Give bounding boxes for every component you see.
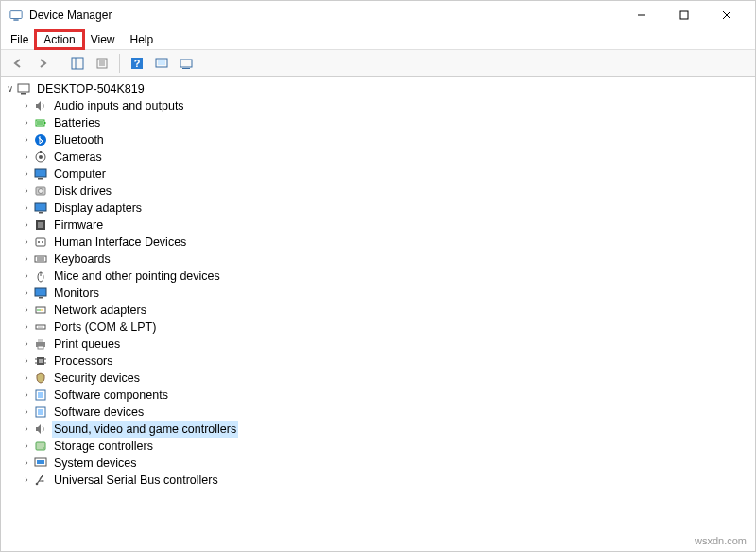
tree-item[interactable]: ›Display adapters xyxy=(20,199,753,216)
chevron-right-icon[interactable]: › xyxy=(20,319,33,336)
tree-item-label[interactable]: Storage controllers xyxy=(52,438,155,455)
tree-item-label[interactable]: Ports (COM & LPT) xyxy=(52,319,158,336)
tree-item[interactable]: ›Monitors xyxy=(20,285,753,302)
chevron-right-icon[interactable]: › xyxy=(20,285,33,302)
tree-item[interactable]: ›System devices xyxy=(20,455,753,472)
tree-item-label[interactable]: Universal Serial Bus controllers xyxy=(52,472,220,489)
help-button[interactable]: ? xyxy=(126,52,148,75)
tree-item[interactable]: ›Bluetooth xyxy=(20,131,753,148)
chevron-right-icon[interactable]: › xyxy=(20,97,33,114)
tree-item[interactable]: ›Human Interface Devices xyxy=(20,233,753,250)
tree-item[interactable]: ›Security devices xyxy=(20,370,753,387)
tree-item-label[interactable]: Sound, video and game controllers xyxy=(52,421,238,438)
add-legacy-hardware-button[interactable] xyxy=(175,52,198,75)
chevron-right-icon[interactable]: › xyxy=(20,250,33,267)
tree-item[interactable]: ›Firmware xyxy=(20,216,753,233)
svg-rect-6 xyxy=(72,58,83,69)
chevron-right-icon[interactable]: › xyxy=(20,404,33,421)
chevron-right-icon[interactable]: › xyxy=(20,438,33,455)
tree-item[interactable]: ›Sound, video and game controllers xyxy=(20,421,753,438)
chevron-right-icon[interactable]: › xyxy=(20,336,33,353)
chevron-right-icon[interactable]: › xyxy=(20,199,33,216)
tree-item[interactable]: ›Computer xyxy=(20,165,753,182)
monitor-icon xyxy=(33,285,48,301)
chevron-right-icon[interactable]: › xyxy=(20,353,33,370)
svg-rect-1 xyxy=(13,19,18,20)
tree-item-label[interactable]: Monitors xyxy=(52,285,101,302)
menu-file[interactable]: File xyxy=(3,31,36,48)
tree-item[interactable]: ›Network adapters xyxy=(20,302,753,319)
chevron-right-icon[interactable]: › xyxy=(20,370,33,387)
tree-item[interactable]: ›Universal Serial Bus controllers xyxy=(20,472,753,489)
tree-item-label[interactable]: Disk drives xyxy=(52,182,113,199)
tree-item-label[interactable]: Keyboards xyxy=(52,250,112,267)
tree-item-label[interactable]: Display adapters xyxy=(52,199,144,216)
chevron-right-icon[interactable]: › xyxy=(20,148,33,165)
tree-item-label[interactable]: Network adapters xyxy=(52,302,148,319)
chevron-right-icon[interactable]: › xyxy=(20,114,33,131)
chevron-right-icon[interactable]: › xyxy=(20,421,33,438)
chevron-right-icon[interactable]: › xyxy=(20,302,33,319)
tree-item-label[interactable]: Security devices xyxy=(52,370,142,387)
tree-item[interactable]: ›Keyboards xyxy=(20,250,753,267)
toolbar-separator xyxy=(119,54,120,73)
menu-help[interactable]: Help xyxy=(123,31,162,48)
scan-hardware-button[interactable] xyxy=(150,52,173,75)
tree-item-label[interactable]: Processors xyxy=(52,353,115,370)
tree-item-label[interactable]: Mice and other pointing devices xyxy=(52,267,222,285)
svg-point-47 xyxy=(39,309,41,311)
expander-icon[interactable]: ∨ xyxy=(3,80,16,97)
tree-item-label[interactable]: Audio inputs and outputs xyxy=(52,97,186,114)
tree-item[interactable]: ›Software devices xyxy=(20,404,753,421)
tree-item[interactable]: ›Mice and other pointing devices xyxy=(20,267,753,285)
chevron-right-icon[interactable]: › xyxy=(20,387,33,404)
chevron-right-icon[interactable]: › xyxy=(20,131,33,148)
tree-item-label[interactable]: Batteries xyxy=(52,114,102,131)
tree-item[interactable]: ›Storage controllers xyxy=(20,438,753,455)
tree-item[interactable]: ›Batteries xyxy=(20,114,753,131)
tree-item-label[interactable]: Firmware xyxy=(52,216,105,233)
properties-button[interactable] xyxy=(91,52,113,75)
tree-item[interactable]: ›Audio inputs and outputs xyxy=(20,97,753,114)
chevron-right-icon[interactable]: › xyxy=(20,233,33,250)
tree-item[interactable]: ›Print queues xyxy=(20,336,753,353)
tree-root-row[interactable]: ∨ DESKTOP-504K819 xyxy=(3,80,753,97)
back-button[interactable] xyxy=(7,52,29,75)
chevron-right-icon[interactable]: › xyxy=(20,455,33,472)
show-hide-tree-button[interactable] xyxy=(66,52,89,75)
close-button[interactable] xyxy=(705,1,747,29)
tree-item-label[interactable]: Print queues xyxy=(52,336,122,353)
tree-item-label[interactable]: Cameras xyxy=(52,148,104,165)
toolbar: ? xyxy=(1,50,755,77)
tree-item[interactable]: ›Cameras xyxy=(20,148,753,165)
menu-view[interactable]: View xyxy=(83,31,123,48)
chevron-right-icon[interactable]: › xyxy=(20,165,33,182)
tree-item-label[interactable]: Bluetooth xyxy=(52,131,106,148)
tree-item[interactable]: ›Ports (COM & LPT) xyxy=(20,319,753,336)
device-tree[interactable]: ∨ DESKTOP-504K819 ›Audio inputs and outp… xyxy=(1,77,755,551)
firmware-icon xyxy=(33,217,48,233)
tree-item-label[interactable]: Human Interface Devices xyxy=(52,233,188,250)
svg-rect-54 xyxy=(38,339,43,342)
storage-icon xyxy=(33,439,48,454)
software-icon xyxy=(33,388,48,403)
chevron-right-icon[interactable]: › xyxy=(20,472,33,489)
svg-rect-65 xyxy=(38,409,43,415)
tree-item[interactable]: ›Disk drives xyxy=(20,182,753,199)
tree-item-label[interactable]: Software devices xyxy=(52,404,146,421)
tree-item-label[interactable]: Software components xyxy=(52,387,170,404)
forward-button[interactable] xyxy=(31,52,54,75)
maximize-button[interactable] xyxy=(662,1,705,29)
minimize-button[interactable] xyxy=(620,1,662,29)
chevron-right-icon[interactable]: › xyxy=(20,182,33,199)
root-label[interactable]: DESKTOP-504K819 xyxy=(35,80,146,97)
menu-action[interactable]: Action xyxy=(36,31,82,48)
chevron-right-icon[interactable]: › xyxy=(20,267,33,285)
tree-item[interactable]: ›Software components xyxy=(20,387,753,404)
tree-item-label[interactable]: Computer xyxy=(52,165,108,182)
bluetooth-icon xyxy=(33,132,48,147)
tree-item-label[interactable]: System devices xyxy=(52,455,139,472)
tree-item[interactable]: ›Processors xyxy=(20,353,753,370)
cpu-icon xyxy=(33,354,48,369)
chevron-right-icon[interactable]: › xyxy=(20,216,33,233)
